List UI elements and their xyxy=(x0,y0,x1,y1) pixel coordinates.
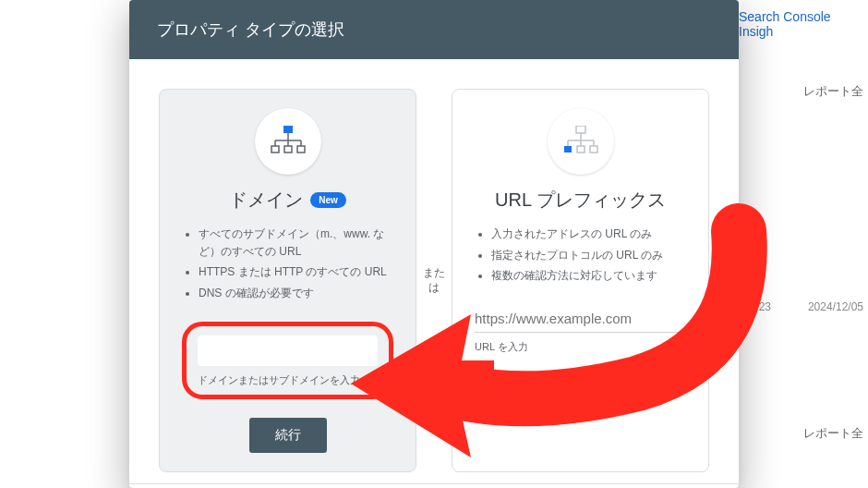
domain-input-highlight: ドメインまたはサブドメインを入力 xyxy=(182,322,393,399)
url-card-title: URL プレフィックス xyxy=(495,188,666,213)
domain-bullets: すべてのサブドメイン（m.、www. など）のすべての URL HTTPS また… xyxy=(182,226,393,305)
dialog-body: ドメイン New すべてのサブドメイン（m.、www. など）のすべての URL… xyxy=(129,59,739,483)
svg-rect-6 xyxy=(271,146,279,152)
svg-rect-8 xyxy=(297,146,305,152)
url-bullet-2: 指定されたプロトコルの URL のみ xyxy=(491,247,663,264)
separator-text: または xyxy=(420,266,448,295)
svg-rect-0 xyxy=(283,126,293,133)
svg-rect-9 xyxy=(576,126,585,133)
domain-card[interactable]: ドメイン New すべてのサブドメイン（m.、www. など）のすべての URL… xyxy=(159,89,416,472)
new-badge: New xyxy=(310,192,346,208)
continue-button[interactable]: 続行 xyxy=(249,418,327,453)
domain-icon xyxy=(255,108,321,175)
date-label-1: '23 xyxy=(756,300,771,313)
domain-bullet-1: すべてのサブドメイン（m.、www. など）のすべての URL xyxy=(199,226,393,260)
url-input[interactable] xyxy=(475,305,686,333)
dialog-footer: 詳細 キャンセル xyxy=(129,483,739,488)
separator: または xyxy=(420,89,448,472)
background-page: Search Console Insigh レポート全 '23 2024/12/… xyxy=(739,0,868,488)
date-label-2: 2024/12/05 xyxy=(808,300,863,313)
url-bullet-1: 入力されたアドレスの URL のみ xyxy=(491,226,663,243)
insights-link[interactable]: Search Console Insigh xyxy=(739,9,859,39)
url-prefix-card[interactable]: URL プレフィックス 入力されたアドレスの URL のみ 指定されたプロトコル… xyxy=(452,89,709,472)
report-link-2[interactable]: レポート全 xyxy=(803,425,863,442)
url-prefix-icon xyxy=(548,108,614,175)
url-bullets: 入力されたアドレスの URL のみ 指定されたプロトコルの URL のみ 複数の… xyxy=(475,226,663,288)
domain-card-title: ドメイン xyxy=(229,188,303,213)
svg-rect-7 xyxy=(284,146,292,152)
svg-rect-17 xyxy=(590,146,597,152)
domain-input-caption: ドメインまたはサブドメインを入力 xyxy=(198,373,378,387)
domain-input[interactable] xyxy=(198,336,378,366)
svg-rect-15 xyxy=(564,146,572,152)
dialog-title: プロパティ タイプの選択 xyxy=(129,0,739,59)
url-input-area: URL を入力 xyxy=(475,305,686,354)
url-input-caption: URL を入力 xyxy=(475,340,686,354)
domain-bullet-2: HTTPS または HTTP のすべての URL xyxy=(199,263,393,281)
property-type-dialog: プロパティ タイプの選択 ドメイン New すべてのサブドメイン（m.、www.… xyxy=(129,0,739,488)
url-bullet-3: 複数の確認方法に対応しています xyxy=(491,267,663,285)
svg-rect-16 xyxy=(577,146,585,152)
report-link-1[interactable]: レポート全 xyxy=(803,83,863,100)
domain-bullet-3: DNS の確認が必要です xyxy=(199,285,393,302)
